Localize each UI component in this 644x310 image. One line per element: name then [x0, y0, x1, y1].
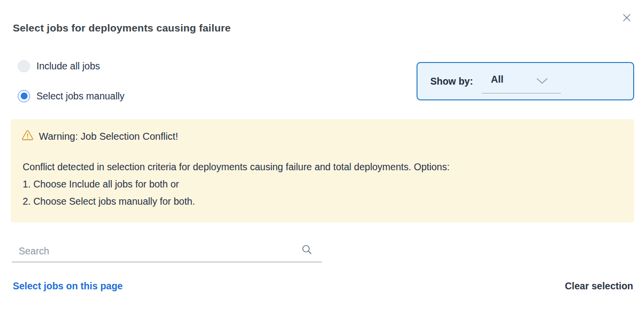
show-by-dropdown[interactable]: All — [482, 72, 561, 93]
close-button[interactable] — [620, 12, 633, 25]
job-selection-radio-group: Include all jobs Select jobs manually — [18, 60, 125, 120]
show-by-label: Show by: — [430, 76, 473, 87]
warning-banner: Warning: Job Selection Conflict! Conflic… — [11, 119, 634, 222]
page-title: Select jobs for deployments causing fail… — [13, 22, 231, 34]
radio-checked-icon[interactable] — [18, 90, 30, 102]
select-jobs-on-page-link[interactable]: Select jobs on this page — [13, 280, 123, 292]
warning-triangle-icon — [22, 130, 33, 143]
search-input[interactable] — [19, 243, 294, 259]
radio-select-jobs-manually[interactable]: Select jobs manually — [18, 90, 125, 102]
radio-unchecked-icon[interactable] — [18, 60, 30, 72]
clear-selection-button[interactable]: Clear selection — [565, 280, 633, 292]
radio-include-all-jobs[interactable]: Include all jobs — [18, 60, 125, 72]
chevron-down-icon — [536, 78, 548, 87]
show-by-panel: Show by: All — [417, 62, 634, 100]
close-icon — [622, 13, 632, 24]
search-icon[interactable] — [301, 244, 312, 257]
warning-option-1: 1. Choose Include all jobs for both or — [23, 176, 450, 193]
radio-label: Include all jobs — [36, 61, 100, 72]
warning-title: Warning: Job Selection Conflict! — [39, 131, 178, 142]
radio-label: Select jobs manually — [36, 91, 125, 102]
warning-message: Conflict detected in selection criteria … — [23, 158, 450, 176]
warning-option-2: 2. Choose Select jobs manually for both. — [23, 193, 450, 210]
show-by-selected-value: All — [491, 74, 504, 85]
search-field — [12, 240, 322, 262]
